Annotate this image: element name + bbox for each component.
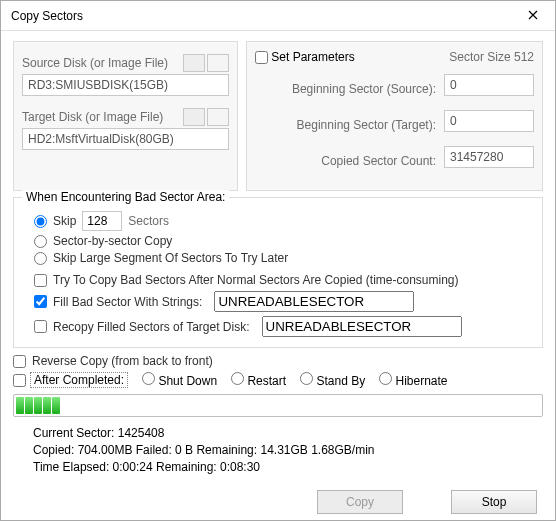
reverse-checkbox[interactable]: [13, 355, 26, 368]
copy-sectors-window: Copy Sectors Source Disk (or Image File)…: [0, 0, 556, 521]
fill-label: Fill Bad Sector With Strings:: [53, 295, 202, 309]
begin-src-label: Beginning Sector (Source):: [255, 82, 436, 96]
recopy-input[interactable]: [262, 316, 462, 337]
standby-label: Stand By: [316, 374, 365, 388]
progress-segment: [25, 397, 33, 414]
target-disk-input[interactable]: [22, 128, 229, 150]
after-label: After Completed:: [30, 372, 128, 388]
progress-segment: [16, 397, 24, 414]
stats-block: Current Sector: 1425408 Copied: 704.00MB…: [33, 425, 543, 475]
file-icon: [208, 55, 228, 71]
source-disk-label: Source Disk (or Image File): [22, 56, 168, 70]
skip-radio[interactable]: [34, 215, 47, 228]
try-bad-checkbox[interactable]: [34, 274, 47, 287]
source-disk-input[interactable]: [22, 74, 229, 96]
progress-segment: [34, 397, 42, 414]
time-line: Time Elapsed: 0:00:24 Remaining: 0:08:30: [33, 459, 543, 476]
disk-panel: Source Disk (or Image File) Target Disk …: [13, 41, 238, 191]
sbs-radio[interactable]: [34, 235, 47, 248]
open-source-file-button[interactable]: [207, 54, 229, 72]
count-label: Copied Sector Count:: [255, 154, 436, 168]
bad-sector-legend: When Encountering Bad Sector Area:: [22, 190, 229, 204]
after-completed-option[interactable]: After Completed:: [13, 372, 128, 388]
shutdown-option[interactable]: Shut Down: [142, 372, 217, 388]
close-icon: [528, 10, 538, 20]
titlebar: Copy Sectors: [1, 1, 555, 31]
skip-label: Skip: [53, 214, 76, 228]
hibernate-label: Hibernate: [396, 374, 448, 388]
set-params-option[interactable]: Set Parameters: [255, 50, 355, 64]
copy-button[interactable]: Copy: [317, 490, 403, 514]
current-sector-label: Current Sector:: [33, 426, 118, 440]
sector-size-label: Sector Size 512: [449, 50, 534, 64]
current-sector-value: 1425408: [118, 426, 165, 440]
try-bad-label: Try To Copy Bad Sectors After Normal Sec…: [53, 273, 459, 287]
fill-checkbox[interactable]: [34, 295, 47, 308]
skip-count-input[interactable]: [82, 211, 122, 231]
params-panel: Set Parameters Sector Size 512 Beginning…: [246, 41, 543, 191]
open-source-disk-button[interactable]: [183, 54, 205, 72]
progress-bar: [13, 394, 543, 417]
hibernate-radio[interactable]: [379, 372, 392, 385]
restart-label: Restart: [247, 374, 286, 388]
recopy-label: Recopy Filled Sectors of Target Disk:: [53, 320, 250, 334]
stop-button[interactable]: Stop: [451, 490, 537, 514]
open-target-file-button[interactable]: [207, 108, 229, 126]
standby-radio[interactable]: [300, 372, 313, 385]
set-params-label: Set Parameters: [271, 50, 354, 64]
open-target-disk-button[interactable]: [183, 108, 205, 126]
large-skip-label: Skip Large Segment Of Sectors To Try Lat…: [53, 251, 288, 265]
bad-sector-group: When Encountering Bad Sector Area: Skip …: [13, 197, 543, 348]
standby-option[interactable]: Stand By: [300, 372, 365, 388]
restart-option[interactable]: Restart: [231, 372, 286, 388]
copied-line: Copied: 704.00MB Failed: 0 B Remaining: …: [33, 442, 543, 459]
reverse-label: Reverse Copy (from back to front): [32, 354, 213, 368]
set-params-checkbox[interactable]: [255, 51, 268, 64]
window-title: Copy Sectors: [11, 9, 83, 23]
shutdown-label: Shut Down: [158, 374, 217, 388]
hibernate-option[interactable]: Hibernate: [379, 372, 447, 388]
recopy-checkbox[interactable]: [34, 320, 47, 333]
file-icon: [208, 109, 228, 125]
restart-radio[interactable]: [231, 372, 244, 385]
progress-segment: [43, 397, 51, 414]
count-input[interactable]: [444, 146, 534, 168]
close-button[interactable]: [510, 1, 555, 31]
disk-icon: [184, 55, 204, 71]
begin-src-input[interactable]: [444, 74, 534, 96]
disk-icon: [184, 109, 204, 125]
begin-tgt-label: Beginning Sector (Target):: [255, 118, 436, 132]
fill-input[interactable]: [214, 291, 414, 312]
progress-segment: [52, 397, 60, 414]
after-checkbox[interactable]: [13, 374, 26, 387]
shutdown-radio[interactable]: [142, 372, 155, 385]
begin-tgt-input[interactable]: [444, 110, 534, 132]
skip-unit-label: Sectors: [128, 214, 169, 228]
target-disk-label: Target Disk (or Image File): [22, 110, 163, 124]
large-skip-radio[interactable]: [34, 252, 47, 265]
sbs-label: Sector-by-sector Copy: [53, 234, 172, 248]
